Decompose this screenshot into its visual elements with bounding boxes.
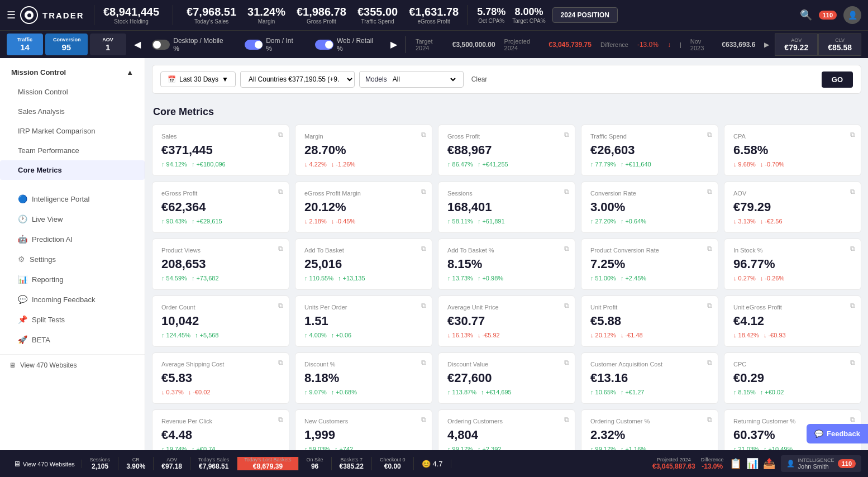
toggle-dom-int[interactable]: Dom / Int % [237,37,308,53]
metric-card[interactable]: Revenue Per Click€4.48↑ 19.74%↑ +€0.74⧉ [152,409,289,450]
aov-button[interactable]: AOV 1 [90,34,126,55]
expand-icon[interactable]: ⧉ [707,245,712,252]
sidebar-item-prediction-ai[interactable]: 🤖 Prediction AI [0,229,145,249]
expand-icon[interactable]: ⧉ [278,359,283,366]
sidebar-item-live-view[interactable]: 🕐 Live View [0,209,145,229]
search-icon[interactable]: 🔍 [800,9,812,21]
metric-card[interactable]: Customer Acquisition Cost€13.16↑ 10.65%↑… [581,352,718,404]
expand-icon[interactable]: ⧉ [421,131,426,139]
metric-card[interactable]: Sessions168,401↑ 58.11%↑ +61,891⧉ [438,182,575,233]
sidebar-item-team[interactable]: Team Performance [0,141,145,160]
expand-icon[interactable]: ⧉ [850,416,855,423]
avatar[interactable]: 👤 [843,6,861,24]
sidebar-item-split-tests[interactable]: 📌 Split Tests [0,309,145,330]
metric-card[interactable]: Discount %8.18%↑ 9.07%↑ +0.68%⧉ [295,352,432,404]
go-button[interactable]: GO [822,71,853,88]
expand-icon[interactable]: ⧉ [707,302,712,309]
toggle-desktop-mobile[interactable]: Desktop / Mobile % [144,37,237,53]
metric-card[interactable]: Ordering Customers4,804↑ 99.17%↑ +2,392⧉ [438,409,575,450]
metric-card[interactable]: Add To Basket %8.15%↑ 13.73%↑ +0.98%⧉ [438,238,575,290]
expand-icon[interactable]: ⧉ [564,245,569,252]
feedback-button[interactable]: 💬 Feedback [807,424,868,443]
expand-icon[interactable]: ⧉ [278,302,283,309]
expand-icon[interactable]: ⧉ [564,188,569,195]
metric-change-value: ↑ 9.07% [304,389,327,395]
metric-card[interactable]: Unit Profit€5.88↓ 20.12%↓ -€1.48⧉ [581,295,718,347]
expand-icon[interactable]: ⧉ [278,131,283,139]
metric-card[interactable]: eGross Profit Margin20.12%↓ 2.18%↓ -0.45… [295,182,432,233]
expand-icon[interactable]: ⧉ [707,188,712,195]
toggle-circle-3[interactable] [315,40,333,50]
traffic-button[interactable]: Traffic 14 [7,34,43,55]
metric-card[interactable]: Product Conversion Rate7.25%↑ 51.00%↑ +2… [581,238,718,290]
expand-icon[interactable]: ⧉ [564,359,569,366]
expand-icon[interactable]: ⧉ [850,302,855,309]
sidebar-section-mission-header[interactable]: Mission Control ▲ [0,63,145,82]
expand-icon[interactable]: ⧉ [278,188,283,195]
expand-icon[interactable]: ⧉ [421,416,426,423]
sidebar-item-reporting[interactable]: 📊 Reporting [0,269,145,289]
expand-icon[interactable]: ⧉ [421,302,426,309]
metric-card[interactable]: Order Count10,042↑ 124.45%↑ +5,568⧉ [152,295,289,347]
sidebar-item-settings[interactable]: ⚙ Settings [0,249,145,269]
metric-card[interactable]: Traffic Spend€26,603↑ 77.79%↑ +€11,640⧉ [581,125,718,176]
toggle-circle-1[interactable] [152,40,170,50]
expand-icon[interactable]: ⧉ [421,359,426,366]
expand-icon[interactable]: ⧉ [421,188,426,195]
sidebar-item-sales-analysis[interactable]: Sales Analysis [0,102,145,121]
expand-icon[interactable]: ⧉ [564,131,569,139]
date-range-button[interactable]: 📅 Last 30 Days ▼ [160,71,236,87]
expand-icon[interactable]: ⧉ [707,131,712,139]
expand-icon[interactable]: ⧉ [278,416,283,423]
expand-icon[interactable]: ⧉ [707,416,712,423]
metric-card[interactable]: CPC€0.29↑ 8.15%↑ +€0.02⧉ [724,352,861,404]
models-select[interactable]: All [390,75,457,84]
metric-card[interactable]: eGross Profit€62,364↑ 90.43%↑ +€29,615⧉ [152,182,289,233]
metric-card[interactable]: Conversion Rate3.00%↑ 27.20%↑ +0.64%⧉ [581,182,718,233]
sidebar-item-beta[interactable]: 🚀 BETA [0,330,145,350]
sidebar-item-irp[interactable]: IRP Market Comparison [0,121,145,141]
metric-card[interactable]: Unit eGross Profit€4.12↓ 18.42%↓ -€0.93⧉ [724,295,861,347]
metric-card[interactable]: Gross Profit€88,967↑ 86.47%↑ +€41,255⧉ [438,125,575,176]
prev-arrow[interactable]: ◀ [131,39,144,50]
sidebar-bottom-view-websites[interactable]: 🖥 View 470 Websites [0,354,145,376]
expand-icon[interactable]: ⧉ [850,245,855,252]
metric-card[interactable]: CPA6.58%↓ 9.68%↓ -0.70%⧉ [724,125,861,176]
next-arrow[interactable]: ▶ [387,39,400,50]
metric-card[interactable]: In Stock %96.77%↓ 0.27%↓ -0.26%⧉ [724,238,861,290]
expand-icon[interactable]: ⧉ [850,188,855,195]
metric-card[interactable]: New Customers1,999↑ 59.03%↑ +742⧉ [295,409,432,450]
metric-card[interactable]: Product Views208,653↑ 54.59%↑ +73,682⧉ [152,238,289,290]
metric-card[interactable]: Sales€371,445↑ 94.12%↑ +€180,096⧉ [152,125,289,176]
expand-icon[interactable]: ⧉ [278,245,283,252]
expand-icon[interactable]: ⧉ [564,416,569,423]
metric-card[interactable]: Margin28.70%↓ 4.22%↓ -1.26%⧉ [295,125,432,176]
toggle-web-retail[interactable]: Web / Retail % [307,37,387,53]
metric-card[interactable]: Average Shipping Cost€5.83↓ 0.37%↓ -€0.0… [152,352,289,404]
expand-icon[interactable]: ⧉ [850,131,855,139]
position-button[interactable]: 2024 POSITION [552,7,618,23]
metric-card[interactable]: Discount Value€27,600↑ 113.87%↑ +€14,695… [438,352,575,404]
sidebar-item-core-metrics[interactable]: Core Metrics [0,160,145,180]
sidebar-item-mission-control[interactable]: Mission Control [0,82,145,102]
sidebar-item-feedback[interactable]: 💬 Incoming Feedback [0,289,145,309]
menu-icon[interactable]: ☰ [7,9,16,21]
sidebar-item-intelligence[interactable]: 🔵 Intelligence Portal [0,189,145,209]
metric-card[interactable]: Ordering Customer %2.32%↑ 99.17%↑ +1.16%… [581,409,718,450]
metric-card[interactable]: Average Unit Price€30.77↓ 16.13%↓ -€5.92… [438,295,575,347]
metric-card[interactable]: Units Per Order1.51↑ 4.00%↑ +0.06⧉ [295,295,432,347]
expand-icon[interactable]: ⧉ [707,359,712,366]
expand-icon[interactable]: ⧉ [564,302,569,309]
toggle-circle-2[interactable] [245,40,263,50]
aov-clv-clv[interactable]: CLV €85.58 [818,34,861,56]
metric-card[interactable]: Add To Basket25,016↑ 110.55%↑ +13,135⧉ [295,238,432,290]
expand-icon[interactable]: ⧉ [421,245,426,252]
expand-icon[interactable]: ⧉ [850,359,855,366]
conversion-button[interactable]: Conversion 95 [45,34,88,55]
metric-card[interactable]: AOV€79.29↓ 3.13%↓ -€2.56⧉ [724,182,861,233]
clear-button[interactable]: Clear [468,72,491,87]
metric-change-value: ↓ 20.12% [590,332,616,338]
countries-select[interactable]: All Countries €377,190.55 (+9. [240,71,355,88]
traffic-spend-label: Traffic Spend [357,18,398,25]
aov-clv-aov[interactable]: AOV €79.22 [775,34,818,56]
